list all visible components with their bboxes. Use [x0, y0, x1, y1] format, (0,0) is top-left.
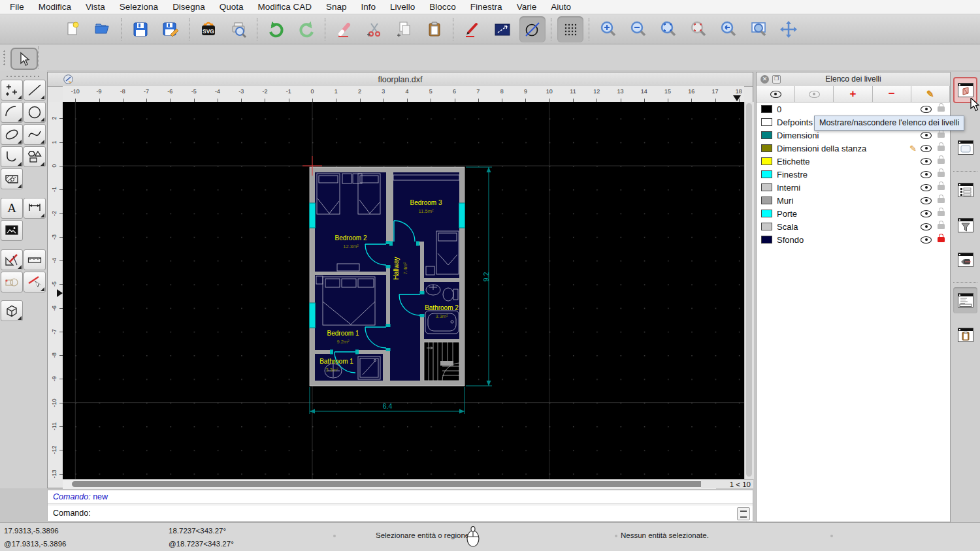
layer-row-etichette[interactable]: Etichette — [757, 155, 950, 168]
edit-layer-button[interactable]: ✎ — [911, 86, 950, 102]
layer-lock-icon[interactable] — [938, 224, 945, 229]
menu-item-quota[interactable]: Quota — [212, 0, 251, 14]
menu-item-modifica-cad[interactable]: Modifica CAD — [250, 0, 319, 14]
zoom-auto-button[interactable] — [655, 16, 681, 42]
pan-button[interactable] — [776, 16, 802, 42]
redo-button[interactable] — [293, 16, 319, 42]
zoom-window-button[interactable] — [745, 16, 772, 42]
zoom-previous-button[interactable] — [715, 16, 742, 42]
save-as-button[interactable] — [157, 16, 184, 42]
layer-lock-icon[interactable] — [938, 146, 945, 151]
menu-item-info[interactable]: Info — [354, 0, 384, 14]
menu-item-aiuto[interactable]: Aiuto — [544, 0, 578, 14]
layer-lock-icon[interactable] — [938, 198, 945, 203]
zoom-out-button[interactable] — [625, 16, 651, 42]
text-tool[interactable]: A — [1, 198, 23, 219]
toggle-property-editor-button[interactable] — [953, 134, 977, 161]
toggle-clipboard-button[interactable] — [953, 322, 977, 348]
layer-row-dimensioni-della-stanza[interactable]: Dimensioni della stanza✎ — [757, 142, 950, 155]
layer-visibility-icon[interactable] — [921, 236, 932, 244]
layer-lock-icon[interactable] — [938, 133, 945, 138]
distance-tool-button[interactable] — [489, 16, 515, 42]
menu-item-livello[interactable]: Livello — [383, 0, 422, 14]
grid-toggle-button[interactable] — [557, 16, 583, 42]
image-tool[interactable] — [1, 220, 23, 241]
layer-row-dimensioni[interactable]: Dimensioni — [757, 129, 950, 142]
menu-item-file[interactable]: File — [3, 0, 31, 14]
toolbar-drag-handle[interactable] — [3, 50, 7, 65]
svg-export-button[interactable]: SVG — [195, 16, 221, 42]
layer-visibility-icon[interactable] — [921, 210, 932, 217]
circle-tool-button[interactable] — [519, 16, 546, 42]
layer-row-porte[interactable]: Porte — [757, 207, 950, 220]
layer-visibility-icon[interactable] — [921, 158, 932, 165]
layer-row-scala[interactable]: Scala — [757, 220, 950, 233]
layer-lock-icon[interactable] — [938, 106, 945, 112]
dimension-tool[interactable] — [24, 198, 46, 219]
toggle-selection-filter-button[interactable] — [953, 212, 977, 238]
ellipse-tool[interactable] — [1, 124, 23, 145]
menu-item-seleziona[interactable]: Seleziona — [112, 0, 165, 14]
layer-row-interni[interactable]: Interni — [757, 181, 950, 194]
command-input[interactable] — [93, 507, 753, 520]
layer-visibility-icon[interactable] — [921, 132, 932, 139]
copy-button[interactable] — [391, 16, 417, 42]
menu-item-snap[interactable]: Snap — [319, 0, 354, 14]
zoom-selection-button[interactable] — [685, 16, 711, 42]
add-layer-button[interactable]: + — [834, 86, 872, 102]
layer-visibility-icon[interactable] — [921, 171, 932, 178]
undo-button[interactable] — [263, 16, 289, 42]
draw-pencil-button[interactable] — [459, 16, 485, 42]
drawing-window-titlebar[interactable]: floorplan.dxf — [48, 72, 753, 87]
delete-tool[interactable] — [24, 272, 46, 292]
drawing-canvas[interactable]: Bedroom 2 12.3m² Bedroom 3 11.5m² Hallwa… — [63, 102, 744, 479]
measure-tool[interactable] — [24, 249, 46, 270]
menu-item-finestra[interactable]: Finestra — [463, 0, 510, 14]
show-all-layers-button[interactable] — [757, 86, 795, 102]
menu-item-disegna[interactable]: Disegna — [165, 0, 212, 14]
layer-row-0[interactable]: 0 — [757, 102, 950, 116]
hatch-tool[interactable] — [1, 168, 23, 189]
layer-lock-icon[interactable] — [938, 172, 945, 177]
menu-item-vista[interactable]: Vista — [78, 0, 112, 14]
toggle-library-browser-button[interactable] — [953, 247, 977, 273]
zoom-in-button[interactable] — [595, 16, 621, 42]
selection-pointer-button[interactable] — [10, 48, 38, 70]
toggle-block-list-button[interactable] — [953, 177, 977, 203]
horizontal-scrollbar[interactable] — [63, 479, 716, 489]
shapes-tool[interactable] — [24, 146, 46, 167]
points-tool[interactable] — [1, 80, 23, 101]
save-button[interactable] — [127, 16, 154, 42]
new-document-button[interactable] — [59, 16, 86, 42]
spline-tool[interactable] — [24, 124, 46, 145]
layer-lock-icon[interactable] — [938, 211, 945, 216]
print-preview-button[interactable] — [225, 16, 252, 42]
paste-button[interactable] — [421, 16, 448, 42]
layer-row-finestre[interactable]: Finestre — [757, 168, 950, 181]
command-expand-button[interactable] — [737, 507, 750, 520]
open-file-button[interactable] — [90, 16, 116, 42]
layer-lock-icon[interactable] — [938, 185, 945, 190]
layer-visibility-icon[interactable] — [921, 145, 932, 152]
eraser-button[interactable] — [331, 16, 357, 42]
modify-shape-tool[interactable] — [1, 272, 23, 292]
layer-visibility-icon[interactable] — [921, 197, 932, 204]
hide-all-layers-button[interactable] — [795, 86, 834, 102]
layer-visibility-icon[interactable] — [921, 106, 932, 113]
modify-tools[interactable] — [1, 249, 23, 270]
vertical-scrollbar[interactable] — [744, 102, 754, 479]
polyline-tool[interactable] — [1, 146, 23, 167]
menu-item-modifica[interactable]: Modifica — [31, 0, 78, 14]
menu-item-varie[interactable]: Varie — [510, 0, 544, 14]
circle-tool[interactable] — [24, 102, 46, 123]
cut-button[interactable] — [361, 16, 387, 42]
layer-lock-icon[interactable] — [938, 237, 945, 242]
layer-panel-header[interactable]: ✕ ❐ Elenco dei livelli — [757, 72, 950, 87]
menu-item-blocco[interactable]: Blocco — [422, 0, 463, 14]
layer-visibility-icon[interactable] — [921, 223, 932, 230]
layer-lock-icon[interactable] — [938, 159, 945, 164]
layer-visibility-icon[interactable] — [921, 184, 932, 191]
layer-row-muri[interactable]: Muri — [757, 194, 950, 207]
toggle-command-line-button[interactable] — [953, 287, 977, 313]
layer-row-sfondo[interactable]: Sfondo — [757, 233, 950, 246]
